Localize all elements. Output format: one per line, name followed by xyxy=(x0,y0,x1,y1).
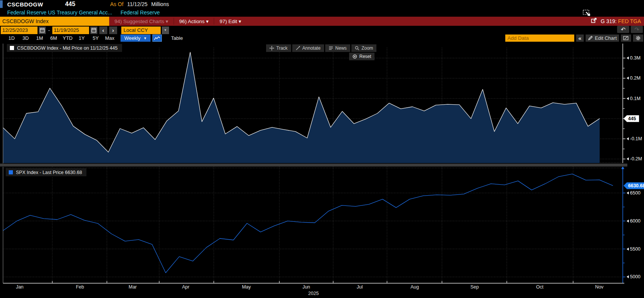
track-button[interactable]: Track xyxy=(266,44,291,52)
tick-arrow-icon xyxy=(627,56,629,60)
x-axis-month-label: Nov xyxy=(595,284,603,290)
tick-arrow-icon xyxy=(627,157,629,160)
y-axis-label: 5000 xyxy=(627,274,641,279)
zoom-button[interactable]: Zoom xyxy=(351,44,377,52)
y-axis-label: 6000 xyxy=(627,218,641,224)
legend-label: SPX Index - Last Price 6630.68 xyxy=(16,170,82,175)
x-axis-month-label: Oct xyxy=(536,284,543,290)
annotate-button[interactable]: Annotate xyxy=(292,44,324,52)
legend-swatch xyxy=(10,46,14,50)
x-axis-month-label: Jul xyxy=(357,284,363,290)
reset-icon xyxy=(353,54,357,59)
y-axis-label: -0.2M xyxy=(627,156,642,162)
y-axis-label: 6500 xyxy=(627,190,641,196)
news-button[interactable]: News xyxy=(325,44,350,52)
y-axis-label: 0.1M xyxy=(627,96,641,101)
x-axis-month-label: Mar xyxy=(128,284,137,290)
last-price-badge: 6630.68 xyxy=(624,182,644,189)
x-axis-month-label: Feb xyxy=(76,284,84,290)
panel-divider[interactable] xyxy=(0,163,627,167)
tick-arrow-icon xyxy=(627,248,629,251)
bottom-panel-legend[interactable]: SPX Index - Last Price 6630.68 xyxy=(6,168,86,176)
tick-arrow-icon xyxy=(627,137,629,140)
x-axis-month-label: Sep xyxy=(470,284,479,290)
top-panel-legend[interactable]: CSCBDOGW Index - Mid Price on 11/12/25 4… xyxy=(7,44,122,52)
x-axis-month-label: Jun xyxy=(302,284,310,290)
annotate-label: Annotate xyxy=(302,45,321,51)
bloomberg-terminal-window: CSCBDOGW 445 As Of 11/12/25 Millions Fed… xyxy=(0,0,644,298)
reset-label: Reset xyxy=(359,54,371,59)
tick-arrow-icon xyxy=(627,191,629,194)
news-lines-icon xyxy=(329,46,333,50)
pencil-icon xyxy=(296,46,300,50)
x-axis-year-label: 2025 xyxy=(308,291,319,296)
legend-label: CSCBDOGW Index - Mid Price on 11/12/25 4… xyxy=(17,45,118,51)
tick-arrow-icon xyxy=(627,97,629,100)
zoom-label: Zoom xyxy=(362,45,373,51)
reset-zoom-button[interactable]: Reset xyxy=(349,53,374,60)
y-axis-label: 0.3M xyxy=(627,55,641,61)
chart-toolbar: Track Annotate News Zoom xyxy=(266,44,376,52)
y-axis-label: -0.1M xyxy=(627,136,642,141)
tick-arrow-icon xyxy=(627,275,629,278)
crosshair-icon xyxy=(270,46,274,50)
x-axis-month-label: May xyxy=(242,284,251,290)
chart-area[interactable]: CSCBDOGW Index - Mid Price on 11/12/25 4… xyxy=(0,0,644,298)
x-axis-month-label: Apr xyxy=(182,284,189,290)
legend-swatch xyxy=(9,170,13,174)
x-axis-month-label: Jan xyxy=(16,284,24,290)
x-axis-month-label: Aug xyxy=(411,284,419,290)
news-label: News xyxy=(335,45,347,51)
y-axis-label: 5500 xyxy=(627,246,641,252)
track-label: Track xyxy=(276,45,288,51)
tick-arrow-icon xyxy=(627,77,629,80)
magnifier-icon xyxy=(355,46,359,50)
y-axis-label: 0.2M xyxy=(627,75,641,81)
tick-arrow-icon xyxy=(627,220,629,223)
